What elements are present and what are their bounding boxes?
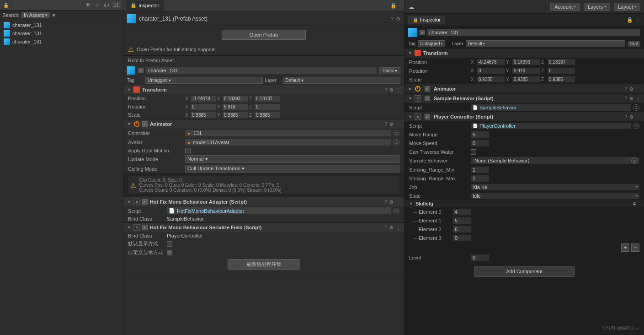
right-anim-help[interactable]: ?	[624, 86, 627, 92]
right-sample-arrow: ▼	[408, 96, 412, 101]
update-mode-select[interactable]: Normal ▾	[185, 155, 399, 163]
serialize-menu[interactable]: ⋮	[396, 225, 400, 230]
skillcfg-add-button[interactable]: +	[621, 243, 629, 252]
tab-menu-icon[interactable]: ⋮	[397, 3, 402, 9]
right-transform-header[interactable]: ▼ Transform	[404, 49, 644, 58]
right-scale-z: 0.9385	[548, 76, 575, 82]
hotfix-menu[interactable]: ⋮	[396, 200, 400, 205]
right-player-checkbox[interactable]	[425, 114, 430, 119]
right-menu-icon[interactable]: ⋮	[635, 17, 640, 23]
animator-checkbox[interactable]	[142, 121, 148, 127]
list-item[interactable]: charater_131	[0, 21, 123, 29]
layers-button[interactable]: Layers	[584, 3, 610, 11]
list-item[interactable]: charater_131	[0, 38, 123, 46]
layout-button[interactable]: Layout	[614, 3, 640, 11]
animator-header[interactable]: ▼ Animator ? ⚙ ⋮	[123, 119, 404, 129]
right-sample-checkbox[interactable]	[425, 96, 430, 101]
right-player-header[interactable]: ▼ # Player Controller (Script) ? ⚙ ⋮	[404, 112, 644, 121]
culling-mode-val: Cull Update Transforms	[187, 166, 240, 171]
right-name-input[interactable]	[427, 29, 640, 36]
right-animator-checkbox[interactable]	[425, 86, 430, 92]
avatar-row: Avatar ★ model131Avatar ◎	[123, 138, 404, 147]
right-lock2-icon[interactable]: 🔒	[627, 17, 633, 23]
custom-display-checkbox[interactable]	[167, 250, 172, 255]
right-sample-beh-select[interactable]: ◎	[631, 157, 638, 164]
skillcfg-remove-button[interactable]: −	[631, 243, 639, 252]
right-sample-script-select[interactable]: ◎	[633, 104, 639, 111]
right-job-select[interactable]: Xia Ke ▾	[471, 184, 639, 190]
transform-title: Transform	[142, 87, 383, 92]
menu-icon[interactable]: ⋮	[396, 87, 400, 92]
right-state-select[interactable]: Idle ▾	[471, 193, 639, 199]
right-rot-y: 5.916	[512, 68, 540, 74]
open-prefab-button[interactable]: Open Prefab	[222, 30, 306, 40]
right-animator-header[interactable]: ► Animator ? ⚙ ⋮	[404, 84, 644, 93]
hotfix-settings[interactable]: ⚙	[389, 200, 394, 205]
right-rot-z: 0	[548, 68, 575, 74]
right-player-settings[interactable]: ⚙	[629, 114, 633, 119]
right-sample-menu[interactable]: ⋮	[636, 96, 640, 101]
controller-select-btn[interactable]: ◎	[393, 130, 399, 136]
right-traverse-checkbox[interactable]	[471, 149, 476, 155]
right-sample-header[interactable]: ▼ # Sample Behavior (Script) ? ⚙ ⋮	[404, 94, 644, 103]
list-item[interactable]: charater_131	[0, 29, 123, 38]
add-component-button[interactable]: Add Component	[474, 266, 575, 277]
object-name-input[interactable]	[146, 67, 377, 74]
account-button[interactable]: Account	[550, 3, 580, 11]
hotfix-serialize-checkbox[interactable]	[142, 225, 148, 230]
refresh-button[interactable]: 刷新热更程序集	[228, 259, 300, 270]
right-move-speed-val: 0	[471, 140, 489, 146]
settings-icon[interactable]: ⚙	[396, 16, 400, 22]
right-scroll-area[interactable]: Tag Untagged Layer Default Stat ▼ Transf…	[404, 26, 644, 335]
help-icon[interactable]: ?	[391, 16, 394, 22]
menu-icon[interactable]: ⋮	[11, 1, 19, 9]
right-anim-menu[interactable]: ⋮	[636, 86, 640, 92]
default-display-checkbox[interactable]	[167, 241, 172, 247]
tag-icon[interactable]: 🏷	[103, 1, 110, 9]
culling-mode-select[interactable]: Cull Update Transforms ▾	[185, 165, 399, 173]
object-checkbox[interactable]	[138, 68, 144, 73]
right-transform-icon	[415, 50, 421, 56]
avatar-value: ★ model131Avatar	[185, 139, 391, 146]
anim-menu-icon[interactable]: ⋮	[396, 122, 400, 127]
eye-icon[interactable]: 👁	[85, 1, 92, 9]
right-sample-help[interactable]: ?	[624, 96, 627, 101]
transform-header[interactable]: ▼ Transform ? ⚙ ⋮	[123, 85, 404, 94]
tab-inspector[interactable]: 🔒 Inspector	[126, 0, 164, 11]
right-layer-select[interactable]: Default	[466, 40, 626, 47]
watermark: CSDN @编程之力	[602, 325, 639, 331]
anim-settings-icon[interactable]: ⚙	[389, 122, 394, 127]
close-icon[interactable]: ✕	[52, 12, 56, 18]
serialize-settings[interactable]: ⚙	[389, 225, 394, 230]
right-sample-settings[interactable]: ⚙	[629, 96, 633, 101]
right-animator-icon	[415, 86, 421, 92]
inspector-scroll[interactable]: Open Prefab ⚠ Open Prefab for full editi…	[123, 26, 404, 335]
hotfix-adapter-header[interactable]: ▼ # Hot Fix Mono Behaviour Adapter (Scri…	[123, 197, 404, 206]
right-obj-checkbox[interactable]	[420, 30, 425, 35]
hotfix-adapter-checkbox[interactable]	[142, 199, 148, 205]
search-scope[interactable]: In Assets	[21, 12, 50, 18]
apply-root-checkbox[interactable]	[185, 148, 191, 153]
right-tag-select[interactable]: Untagged	[418, 40, 445, 47]
right-move-range-val: 5	[471, 131, 489, 138]
avatar-select-btn[interactable]: ◎	[393, 139, 399, 146]
right-player-menu[interactable]: ⋮	[636, 114, 640, 119]
controller-name: 131	[193, 130, 202, 136]
lock-icon[interactable]: 🔒	[2, 1, 10, 9]
layer-select[interactable]: Default ▾	[283, 77, 401, 84]
tab-lock-icon[interactable]: 🔒	[390, 3, 397, 9]
hotfix-serialize-header[interactable]: ▼ # Hot Fix Mono Behaviour Serialize Fie…	[123, 223, 404, 232]
right-player-help[interactable]: ?	[624, 114, 627, 119]
settings-icon[interactable]: ⚙	[389, 87, 394, 92]
tag-select[interactable]: Untagged ▾	[145, 77, 263, 84]
right-inspector-tab[interactable]: 🔒 Inspector	[408, 16, 445, 24]
anim-help-icon[interactable]: ?	[384, 122, 387, 127]
right-anim-settings[interactable]: ⚙	[629, 86, 633, 92]
help-icon[interactable]: ?	[384, 87, 387, 92]
right-player-script-select[interactable]: ◎	[633, 123, 639, 129]
static-button[interactable]: Static ▾	[379, 67, 400, 74]
hotfix-help[interactable]: ?	[384, 200, 387, 205]
star-icon[interactable]: ☆	[94, 1, 101, 9]
serialize-help[interactable]: ?	[384, 225, 387, 230]
hotfix-script-select[interactable]: ◎	[393, 208, 399, 214]
